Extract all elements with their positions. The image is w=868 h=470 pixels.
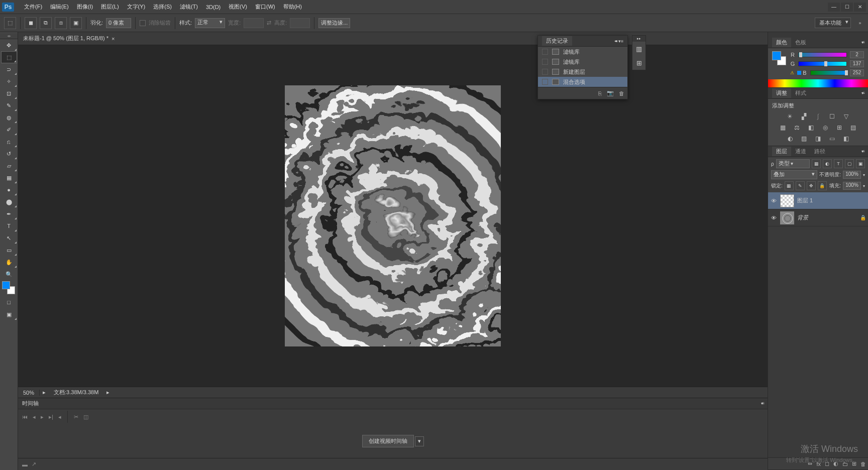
layers-tab[interactable]: 图层 (772, 147, 791, 156)
opacity-value[interactable]: 100% (843, 171, 861, 179)
menu-window[interactable]: 窗口(W) (251, 1, 279, 13)
history-item[interactable]: 滤镜库 (538, 47, 627, 57)
heal-tool[interactable]: ◍ (1, 111, 17, 124)
tl-last-icon[interactable]: ◂ (58, 414, 61, 420)
filter-adjust-icon[interactable]: ◐ (823, 159, 832, 168)
tool-preset-icon[interactable]: ⬚ (4, 17, 16, 29)
toolbar-grip[interactable]: ◂▸ (0, 33, 18, 39)
paths-tab[interactable]: 路径 (810, 147, 829, 156)
menu-image[interactable]: 图像(I) (73, 1, 97, 13)
refine-edge-button[interactable]: 调整边缘... (318, 18, 350, 28)
window-maximize[interactable]: ☐ (841, 3, 853, 12)
workspace-selector[interactable]: 基本功能 (815, 18, 851, 28)
window-minimize[interactable]: — (828, 3, 840, 12)
invert-icon[interactable]: ◐ (786, 135, 795, 143)
shape-tool[interactable]: ▭ (1, 244, 17, 256)
crop-tool[interactable]: ⊡ (1, 87, 17, 99)
layer-visibility-icon[interactable]: 👁 (770, 198, 777, 204)
posterize-icon[interactable]: ▨ (800, 135, 809, 143)
fill-dropdown-icon[interactable]: ▾ (863, 184, 865, 188)
layer-thumbnail[interactable] (780, 211, 794, 224)
photo-filter-icon[interactable]: ◎ (821, 124, 830, 132)
channels-tab[interactable]: 通道 (791, 147, 810, 156)
fill-value[interactable]: 100% (843, 182, 861, 190)
lock-transparent-icon[interactable]: ▦ (785, 181, 794, 190)
menu-select[interactable]: 选择(S) (149, 1, 176, 13)
styles-tab[interactable]: 样式 (791, 88, 810, 98)
gamut-warning-icon[interactable]: ⚠ (790, 70, 794, 75)
filter-pixel-icon[interactable]: ▦ (812, 159, 821, 168)
dodge-tool[interactable]: ⬤ (1, 196, 17, 208)
doc-size[interactable]: 文档:3.38M/3.38M (49, 389, 103, 396)
snapshot-icon[interactable]: 📷 (607, 90, 614, 96)
layers-panel-menu-icon[interactable]: ▾≡ (861, 149, 864, 154)
tl-first-icon[interactable]: ⏮ (22, 414, 28, 420)
filter-shape-icon[interactable]: ▢ (845, 159, 854, 168)
color-swatches[interactable] (0, 280, 18, 296)
document-tab[interactable]: 未标题-1 @ 50% (图层 1, RGB/8) * × (18, 33, 120, 44)
adjustment-layer-icon[interactable]: ◐ (833, 460, 838, 467)
status-menu-icon[interactable]: ▸ (103, 389, 113, 396)
lock-pixels-icon[interactable]: ✎ (796, 181, 805, 190)
zoom-tool[interactable]: 🔍 (1, 268, 17, 280)
blur-tool[interactable]: ● (1, 184, 17, 196)
brush-tool[interactable]: ✐ (1, 124, 17, 136)
gradient-map-icon[interactable]: ▭ (828, 135, 837, 143)
layer-name[interactable]: 图层 1 (797, 197, 866, 204)
lookup-icon[interactable]: ▤ (849, 124, 858, 132)
delete-layer-icon[interactable]: 🗑 (860, 461, 866, 467)
intersect-selection-icon[interactable]: ▣ (70, 17, 82, 29)
foreground-swatch[interactable] (2, 281, 10, 289)
path-tool[interactable]: ↖ (1, 232, 17, 244)
adjustments-tab[interactable]: 调整 (772, 88, 791, 98)
gradient-tool[interactable]: ▦ (1, 172, 17, 184)
color-spectrum[interactable] (768, 79, 868, 87)
new-layer-icon[interactable]: ⊞ (852, 460, 856, 467)
history-menu-icon[interactable]: ▾≡ (618, 39, 623, 44)
tl-prev-icon[interactable]: ◂ (33, 414, 36, 420)
timeline-menu-icon[interactable]: ▾≡ (761, 401, 764, 406)
balance-icon[interactable]: ⚖ (793, 124, 802, 132)
menu-layer[interactable]: 图层(L) (97, 1, 123, 13)
adjust-panel-menu-icon[interactable]: ▾≡ (861, 91, 864, 95)
b-value[interactable]: 252 (850, 69, 864, 76)
pen-tool[interactable]: ✒ (1, 208, 17, 220)
lock-position-icon[interactable]: ✥ (807, 181, 816, 190)
new-doc-from-state-icon[interactable]: ⎘ (598, 90, 602, 96)
layer-visibility-icon[interactable]: 👁 (770, 215, 777, 221)
tl-transition-icon[interactable]: ◫ (83, 414, 88, 420)
menu-text[interactable]: 文字(Y) (123, 1, 150, 13)
new-selection-icon[interactable]: ◼ (25, 17, 37, 29)
channel-mixer-icon[interactable]: ⊞ (835, 124, 844, 132)
tl-zoom-out-icon[interactable]: ▬ (22, 461, 28, 467)
color-panel-menu-icon[interactable]: ▾≡ (861, 40, 864, 45)
blend-mode-select[interactable]: 叠加 ▾ (771, 170, 817, 179)
add-selection-icon[interactable]: ⧉ (40, 17, 52, 29)
tl-cut-icon[interactable]: ✂ (74, 414, 78, 420)
layer-mask-icon[interactable]: ◻ (825, 460, 829, 467)
collapse-panels-icon[interactable]: » (856, 19, 864, 27)
history-tab[interactable]: 历史记录 (542, 36, 572, 46)
status-arrow-icon[interactable]: ▸ (40, 389, 49, 396)
menu-view[interactable]: 视图(V) (225, 1, 251, 13)
screenmode-tool[interactable]: ▣ (1, 308, 17, 320)
canvas[interactable] (18, 45, 768, 387)
tl-next-icon[interactable]: ▸| (49, 414, 53, 420)
history-item[interactable]: 滤镜库 (538, 57, 627, 67)
g-value[interactable]: 137 (850, 60, 864, 67)
color-tab[interactable]: 颜色 (772, 38, 791, 47)
zoom-level[interactable]: 50% (18, 390, 40, 396)
exposure-icon[interactable]: ☐ (828, 112, 837, 121)
layer-filter-select[interactable]: 类型 ▾ (776, 159, 810, 168)
layer-fx-icon[interactable]: fx (816, 461, 821, 467)
filter-smart-icon[interactable]: ▣ (856, 159, 865, 168)
history-collapse-icon[interactable]: ◂◂ (614, 39, 616, 43)
history-item[interactable]: 混合选项 (538, 77, 627, 87)
hand-tool[interactable]: ✋ (1, 256, 17, 268)
strip-expand-icon[interactable]: ▸▸ (632, 36, 645, 42)
collapsed-panel-icon[interactable]: ▥ (632, 42, 645, 56)
subtract-selection-icon[interactable]: ⧈ (55, 17, 67, 29)
type-tool[interactable]: T (1, 220, 17, 232)
menu-help[interactable]: 帮助(H) (279, 1, 306, 13)
layer-row[interactable]: 👁 背景 🔒 (768, 209, 868, 226)
